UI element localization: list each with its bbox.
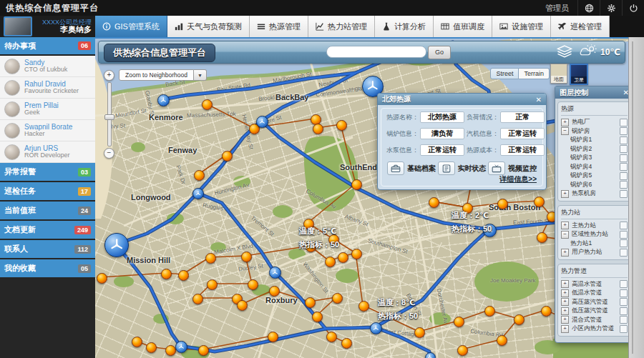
heat-station-marker[interactable] <box>484 306 495 317</box>
layer-checkbox[interactable] <box>620 145 628 153</box>
sidebar-item-我的收藏[interactable]: 我的收藏05 <box>0 259 95 279</box>
expander-icon[interactable]: + <box>561 119 569 126</box>
tab-8[interactable]: 巡检管理 <box>551 16 610 37</box>
tab-1[interactable]: GIS管理系统 <box>95 16 167 37</box>
heat-station-marker[interactable] <box>541 306 552 317</box>
user-profile[interactable]: XXXX公司总经理 李奥纳多 <box>0 16 95 37</box>
sidebar-item-联系人[interactable]: 联系人112 <box>0 240 95 259</box>
heat-station-marker[interactable] <box>303 219 314 229</box>
power-icon[interactable] <box>622 0 644 16</box>
heat-source-marker[interactable] <box>256 116 268 128</box>
admin-label[interactable]: 管理员 <box>537 3 577 14</box>
heat-station-marker[interactable] <box>132 337 142 347</box>
layer-checkbox[interactable] <box>620 163 628 171</box>
heat-station-marker[interactable] <box>268 332 278 342</box>
popup-button-视频监控[interactable]: 视频监控 <box>488 161 537 175</box>
map-type-thumbnail[interactable]: 卫星 <box>570 64 588 85</box>
heat-station-marker[interactable] <box>248 279 258 290</box>
map-type-thumbnail[interactable]: 地图 <box>550 64 567 84</box>
tab-2[interactable]: 天气与负荷预测 <box>167 16 250 37</box>
heat-station-marker[interactable] <box>351 179 362 190</box>
heat-station-marker[interactable] <box>462 203 473 214</box>
heat-station-marker[interactable] <box>146 342 157 353</box>
zoom-to-neighborhood-dropdown[interactable]: Zoom to Neighborhood ▼ <box>119 69 207 81</box>
heat-station-marker[interactable] <box>312 312 323 322</box>
layer-checkbox[interactable] <box>620 289 628 297</box>
heat-station-marker[interactable] <box>338 252 348 263</box>
tab-3[interactable]: 热源管理 <box>250 16 308 37</box>
layer-checkbox[interactable] <box>620 222 628 229</box>
expander-icon[interactable]: + <box>561 190 569 198</box>
expander-icon[interactable]: + <box>561 249 569 257</box>
zoom-slider-handle[interactable] <box>104 114 114 120</box>
expander-icon[interactable]: + <box>561 222 569 229</box>
tab-7[interactable]: 设施管理 <box>492 16 551 37</box>
heat-station-marker[interactable] <box>207 279 218 290</box>
heat-station-marker[interactable] <box>198 345 209 356</box>
heat-station-marker[interactable] <box>205 253 216 264</box>
street-view-button[interactable]: Street <box>490 68 519 79</box>
heat-station-marker[interactable] <box>178 270 189 281</box>
sidebar-item-当前值班[interactable]: 当前值班24 <box>0 202 95 221</box>
popup-button-基础档案[interactable]: 基础档案 <box>387 161 436 175</box>
go-button[interactable]: Go <box>428 46 451 59</box>
contact-item[interactable]: SandyCTO of Lukbuk <box>0 56 95 77</box>
layer-checkbox[interactable] <box>620 280 628 288</box>
heat-station-marker[interactable] <box>161 269 172 279</box>
tab-6[interactable]: 值班调度 <box>434 16 492 37</box>
gear-icon[interactable] <box>600 0 622 16</box>
expander-icon[interactable]: + <box>561 307 569 315</box>
layer-checkbox[interactable] <box>620 136 628 144</box>
sidebar-item-异常报警[interactable]: 异常报警03 <box>0 163 95 182</box>
heat-station-marker[interactable] <box>222 151 233 161</box>
contact-item[interactable]: Swapnil BorateHacker <box>0 120 95 141</box>
sidebar-item-todo[interactable]: 待办事项 06 <box>0 37 95 56</box>
details-link[interactable]: 详细信息>> <box>499 174 537 184</box>
layer-checkbox[interactable] <box>620 239 628 247</box>
heat-station-marker[interactable] <box>326 332 337 342</box>
popup-button-实时状态[interactable]: 实时状态 <box>438 161 487 175</box>
heat-station-marker[interactable] <box>328 234 339 245</box>
layer-checkbox[interactable] <box>620 154 628 162</box>
heat-station-marker[interactable] <box>414 327 425 338</box>
zoom-in-button[interactable]: + <box>104 70 114 81</box>
heat-source-marker[interactable] <box>483 224 497 237</box>
zoom-out-button[interactable]: − <box>104 148 114 159</box>
heat-source-marker[interactable] <box>425 352 436 358</box>
heat-station-marker[interactable] <box>351 249 362 259</box>
heat-station-marker[interactable] <box>429 197 439 208</box>
globe-icon[interactable] <box>577 0 600 16</box>
heat-source-marker[interactable] <box>157 94 170 106</box>
heat-station-marker[interactable] <box>534 197 545 207</box>
heat-station-marker[interactable] <box>194 170 205 181</box>
map-canvas[interactable]: Back StBay State RdBrookline AvCommonwea… <box>95 37 628 358</box>
heat-station-marker[interactable] <box>336 120 347 131</box>
heat-station-marker[interactable] <box>537 232 547 243</box>
heat-station-marker[interactable] <box>165 345 176 356</box>
expander-icon[interactable]: + <box>561 280 569 288</box>
chevron-down-icon[interactable]: ▼ <box>194 69 207 81</box>
heat-source-marker[interactable] <box>175 341 187 353</box>
layer-checkbox[interactable] <box>620 298 628 306</box>
heat-station-marker[interactable] <box>332 293 343 304</box>
layer-checkbox[interactable] <box>620 190 628 198</box>
heat-station-marker[interactable] <box>202 99 213 110</box>
layer-checkbox[interactable] <box>620 231 628 239</box>
layer-checkbox[interactable] <box>620 119 628 126</box>
tab-4[interactable]: 热力站管理 <box>308 16 375 37</box>
heat-station-marker[interactable] <box>192 294 203 304</box>
heat-station-marker[interactable] <box>269 286 280 297</box>
heat-station-marker[interactable] <box>241 252 252 262</box>
contact-item[interactable]: Rahul DravidFavourite Cricketer <box>0 77 95 99</box>
layer-panel-close-icon[interactable]: ✕ <box>623 89 628 96</box>
layer-checkbox[interactable] <box>620 307 628 315</box>
heat-station-marker[interactable] <box>97 273 107 284</box>
expander-icon[interactable]: − <box>561 231 569 239</box>
heat-station-marker[interactable] <box>341 338 352 349</box>
heat-station-marker[interactable] <box>305 297 316 308</box>
tab-5[interactable]: 计算分析 <box>375 16 434 37</box>
heat-source-marker[interactable] <box>104 233 129 257</box>
heat-station-marker[interactable] <box>454 317 464 327</box>
heat-station-marker[interactable] <box>457 345 468 356</box>
heat-station-marker[interactable] <box>497 199 508 209</box>
